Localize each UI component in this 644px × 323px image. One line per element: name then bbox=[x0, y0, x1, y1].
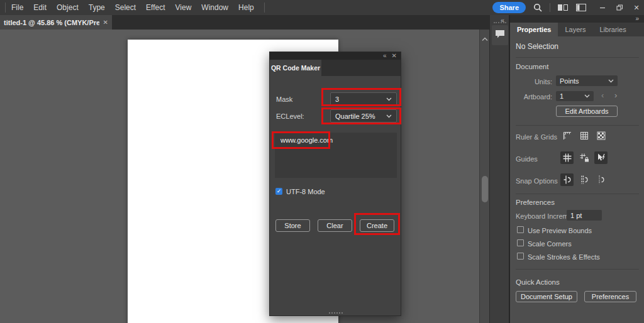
tab-properties[interactable]: Properties bbox=[510, 23, 558, 36]
scrollbar-thumb[interactable] bbox=[482, 176, 488, 202]
mask-value: 3 bbox=[335, 96, 339, 103]
titlebar-right-cluster: Share bbox=[492, 0, 641, 15]
qr-collapse-icon[interactable]: « bbox=[383, 53, 387, 59]
snap-to-pixel-icon[interactable] bbox=[594, 173, 608, 186]
menu-view[interactable]: View bbox=[175, 3, 192, 12]
menu-bar: File Edit Object Type Select Effect View… bbox=[0, 0, 644, 15]
eclevel-label: ECLevel: bbox=[276, 112, 304, 120]
selection-status: No Selection bbox=[516, 42, 558, 51]
clear-button[interactable]: Clear bbox=[318, 219, 352, 232]
document-section-title: Document bbox=[516, 63, 548, 70]
comment-tool-button[interactable] bbox=[492, 25, 508, 45]
artboard-prev-icon[interactable]: ‹ bbox=[601, 92, 604, 99]
smart-guides-icon[interactable] bbox=[594, 151, 608, 164]
menu-effect[interactable]: Effect bbox=[146, 3, 165, 12]
panel-top-strip: » bbox=[510, 15, 644, 23]
tab-libraries[interactable]: Libraries bbox=[592, 23, 633, 36]
guides-label: Guides bbox=[516, 155, 538, 163]
lock-guides-icon[interactable] bbox=[577, 151, 591, 164]
keyboard-increment-value: 1 pt bbox=[570, 212, 582, 219]
tab-layers[interactable]: Layers bbox=[558, 23, 592, 36]
vertical-scrollbar[interactable] bbox=[479, 30, 489, 323]
document-tab-close-icon[interactable]: ✕ bbox=[103, 19, 108, 26]
document-tab[interactable]: titled-1 @ 45.86 % (CMYK/Preview) ✕ bbox=[0, 15, 112, 30]
menu-edit[interactable]: Edit bbox=[33, 3, 47, 12]
show-guides-icon[interactable] bbox=[560, 151, 574, 164]
snap-to-point-icon[interactable] bbox=[560, 173, 574, 186]
artboard-dropdown[interactable]: 1 bbox=[556, 91, 594, 101]
chevron-down-icon bbox=[584, 94, 590, 98]
units-value: Points bbox=[560, 77, 579, 85]
eclevel-value: Quartile 25% bbox=[335, 112, 375, 120]
panel-divider bbox=[516, 269, 639, 270]
window-close-icon[interactable]: ✕ bbox=[631, 3, 641, 13]
dialog-resize-grip[interactable] bbox=[329, 312, 343, 314]
qr-tab-strip: QR Code Maker bbox=[270, 60, 401, 76]
scale-strokes-effects-checkbox[interactable] bbox=[517, 253, 524, 260]
panel-tab-bar: Properties Layers Libraries bbox=[510, 23, 644, 36]
scroll-up-icon[interactable] bbox=[482, 33, 488, 44]
properties-panel bbox=[510, 15, 644, 323]
qr-dialog-tab[interactable]: QR Code Maker bbox=[270, 60, 321, 76]
menu-type[interactable]: Type bbox=[89, 3, 105, 12]
eclevel-dropdown[interactable]: Quartile 25% bbox=[330, 109, 397, 123]
scale-strokes-effects-label: Scale Strokes & Effects bbox=[528, 253, 600, 261]
illustrator-window: File Edit Object Type Select Effect View… bbox=[0, 0, 644, 323]
search-icon[interactable] bbox=[533, 3, 543, 13]
scale-corners-checkbox[interactable] bbox=[517, 239, 524, 246]
menu-items: File Edit Object Type Select Effect View… bbox=[11, 0, 265, 15]
panel-divider bbox=[516, 194, 639, 194]
menu-help[interactable]: Help bbox=[238, 3, 254, 12]
artboard-next-icon[interactable]: › bbox=[614, 92, 617, 99]
share-button[interactable]: Share bbox=[492, 2, 526, 13]
show-grid-icon[interactable] bbox=[577, 129, 591, 142]
artboard-label: Artboard: bbox=[511, 93, 552, 101]
menu-window[interactable]: Window bbox=[201, 3, 228, 12]
window-minimize-icon[interactable] bbox=[597, 3, 608, 13]
keyboard-increment-input[interactable]: 1 pt bbox=[567, 210, 602, 221]
menubar-left-divider bbox=[5, 3, 6, 13]
menu-object[interactable]: Object bbox=[57, 3, 79, 12]
units-dropdown[interactable]: Points bbox=[556, 75, 618, 86]
use-preview-bounds-label: Use Preview Bounds bbox=[528, 227, 592, 234]
corner-ruler-icon[interactable] bbox=[560, 129, 574, 142]
menu-select[interactable]: Select bbox=[115, 3, 136, 12]
window-restore-icon[interactable] bbox=[614, 3, 625, 13]
comment-bubble-icon bbox=[494, 29, 506, 41]
checkmark-icon: ✓ bbox=[277, 188, 282, 195]
document-tab-title: titled-1 @ 45.86 % (CMYK/Preview) bbox=[4, 19, 99, 26]
edit-artboards-button[interactable]: Edit Artboards bbox=[556, 106, 618, 117]
snap-to-grid-icon[interactable] bbox=[577, 173, 591, 186]
quick-actions-title: Quick Actions bbox=[516, 278, 560, 286]
titlebar-divider bbox=[550, 3, 550, 12]
scale-corners-label: Scale Corners bbox=[528, 240, 572, 248]
create-button[interactable]: Create bbox=[360, 219, 394, 232]
qr-code-maker-dialog: « ✕ QR Code Maker Mask 3 ECLevel: Quarti… bbox=[269, 52, 401, 316]
workspace-switcher-icon[interactable] bbox=[575, 3, 587, 12]
menubar-right-divider bbox=[264, 3, 265, 13]
preferences-button[interactable]: Preferences bbox=[584, 291, 636, 302]
preferences-section-title: Preferences bbox=[516, 199, 555, 206]
ruler-grids-label: Ruler & Grids bbox=[516, 133, 557, 141]
menu-file[interactable]: File bbox=[11, 3, 23, 12]
document-setup-button[interactable]: Document Setup bbox=[516, 291, 577, 302]
use-preview-bounds-checkbox[interactable] bbox=[517, 226, 524, 233]
comment-panel-strip: « bbox=[489, 15, 510, 323]
panel-divider bbox=[516, 57, 639, 58]
qr-close-icon[interactable]: ✕ bbox=[392, 53, 397, 59]
panel-grip-handle[interactable] bbox=[494, 22, 506, 23]
units-label: Units: bbox=[511, 78, 552, 85]
mask-dropdown[interactable]: 3 bbox=[330, 92, 397, 106]
qr-content-textarea[interactable]: www.google.com bbox=[275, 133, 397, 178]
qr-dialog-header: « ✕ bbox=[270, 52, 401, 60]
panel-divider bbox=[516, 125, 639, 126]
chevron-down-icon bbox=[386, 114, 392, 118]
store-button[interactable]: Store bbox=[275, 219, 310, 232]
chevron-down-icon bbox=[608, 79, 614, 83]
arrange-documents-icon[interactable] bbox=[557, 3, 569, 12]
transparency-grid-icon[interactable] bbox=[594, 129, 608, 142]
utf8-mode-checkbox[interactable]: ✓ bbox=[275, 188, 282, 195]
expand-panel-icon[interactable]: » bbox=[635, 16, 639, 22]
utf8-mode-label: UTF-8 Mode bbox=[286, 188, 325, 195]
canvas-area[interactable] bbox=[0, 30, 479, 323]
